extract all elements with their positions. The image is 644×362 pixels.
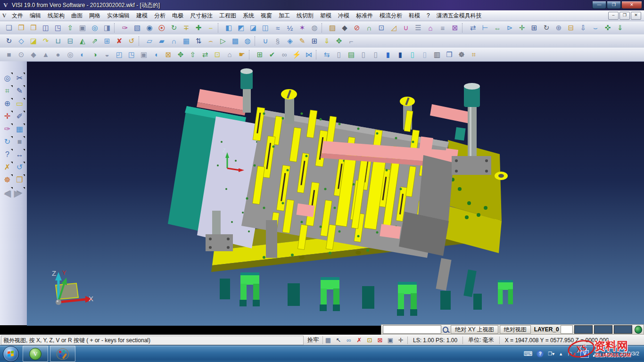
cursor-select-icon[interactable]: ↖ xyxy=(333,336,344,345)
slice-solid-icon[interactable]: ⊟ xyxy=(65,36,76,47)
offset-diamond-icon[interactable]: ◈ xyxy=(284,36,296,47)
layer-color-chip-1[interactable] xyxy=(574,325,593,334)
visi-tray-icon[interactable]: V xyxy=(580,350,589,358)
refresh-layers-icon[interactable]: ⇆ xyxy=(321,49,332,60)
show-hidden-icons-button[interactable]: ▲ xyxy=(559,352,563,356)
absolute-view-button[interactable]: 绝对视图 xyxy=(500,325,531,334)
render-options-icon[interactable]: ✑ xyxy=(119,23,131,33)
layer-cylinder-list-icon[interactable]: ▤ xyxy=(346,49,357,60)
trim-solid-icon[interactable]: ◭ xyxy=(77,36,88,47)
menu-item[interactable]: 曲面 xyxy=(68,11,86,20)
blend-surface-icon[interactable]: ∪ xyxy=(260,36,271,47)
numbered-view-icon[interactable]: ½ xyxy=(284,23,296,33)
refresh-visibility-icon[interactable]: ↻ xyxy=(168,23,180,33)
box-flag-icon[interactable]: ⊡ xyxy=(364,336,375,345)
network-icon[interactable] xyxy=(593,351,598,357)
view-face-icon[interactable]: ◇ xyxy=(16,36,27,47)
level-surface-icon[interactable]: ⌣ xyxy=(590,23,601,33)
zoom-dynamic-icon[interactable]: ⊕ xyxy=(1,97,14,110)
rotate-sheet-icon[interactable]: ↷ xyxy=(40,36,51,47)
menu-item[interactable]: 塑模 xyxy=(317,11,335,20)
restore-face-icon[interactable]: ↺ xyxy=(126,36,137,47)
plane-points-icon[interactable]: ▰ xyxy=(156,36,167,47)
visi-taskbar-button[interactable]: V xyxy=(23,346,48,362)
shaded-mode-4-icon[interactable]: ◫ xyxy=(260,23,271,33)
scale-solid-icon[interactable]: ✥ xyxy=(175,49,186,60)
layer-cylinder-outline-icon[interactable]: ▯ xyxy=(333,49,345,60)
uv-isoparms-icon[interactable]: ≈ xyxy=(272,23,283,33)
fold-surface-icon[interactable]: ⌐ xyxy=(346,36,357,47)
curve-pencil-icon[interactable]: ✐ xyxy=(14,110,26,123)
wcs-axes-icon[interactable]: ✛ xyxy=(1,110,14,123)
menu-item[interactable]: 工程图 xyxy=(216,11,239,20)
mdi-minimize-button[interactable]: – xyxy=(608,12,619,20)
menu-item[interactable]: 模流分析 xyxy=(376,11,405,20)
select-region-icon[interactable]: ⌗ xyxy=(468,49,479,60)
shaded-doc-icon[interactable]: ▧ xyxy=(132,23,143,33)
wrap-box-icon[interactable]: ⊠ xyxy=(449,23,461,33)
save-file-icon[interactable]: ◫ xyxy=(40,23,51,33)
transform-pair-icon[interactable]: ⇄ xyxy=(199,49,211,60)
transform-axes-icon[interactable]: ✛ xyxy=(516,23,528,33)
search-icon[interactable] xyxy=(443,327,448,333)
delete-trash-icon[interactable]: ✗ xyxy=(1,161,14,173)
plane-surface-icon[interactable]: ▱ xyxy=(144,36,155,47)
show-add-icon[interactable]: ✚ xyxy=(193,23,204,33)
undo-icon[interactable]: ↺ xyxy=(14,161,26,173)
new-file-icon[interactable]: ❏ xyxy=(3,23,15,33)
hide-remove-icon[interactable]: − xyxy=(205,23,216,33)
pick-hand-icon[interactable]: ☛ xyxy=(236,49,248,60)
pipe-surface-icon[interactable]: § xyxy=(272,36,283,47)
layer-cylinder-hatch-icon[interactable]: ▥ xyxy=(431,49,443,60)
toolkit-wheel-icon[interactable]: ☸ xyxy=(1,173,14,186)
move-up-icon[interactable]: ⇧ xyxy=(187,49,198,60)
cylinder-solid-icon[interactable]: ⊙ xyxy=(16,49,27,60)
measure-distance-icon[interactable]: ↔ xyxy=(14,148,26,161)
ruled-surface-icon[interactable]: ▷ xyxy=(217,36,229,47)
move-copy-icon[interactable]: ⇄ xyxy=(467,23,479,33)
layer-cylinder-dark-icon[interactable]: ▮ xyxy=(395,49,406,60)
flash-build-icon[interactable]: ⚡ xyxy=(291,49,302,60)
layer-cylinder-light-icon[interactable]: ▯ xyxy=(419,49,430,60)
keyboard-layout-icon[interactable]: ⌨ xyxy=(523,350,532,357)
curvature-graph-icon[interactable]: ∩ xyxy=(363,23,375,33)
menu-item[interactable]: ? xyxy=(423,11,433,20)
menu-item[interactable]: 文件 xyxy=(8,11,26,20)
globe-icon[interactable] xyxy=(635,326,642,334)
save-as-icon[interactable]: ◳ xyxy=(52,23,64,33)
attributes-brush-icon[interactable]: ✑ xyxy=(1,123,14,135)
zoom-window-icon[interactable]: ◎ xyxy=(1,72,14,84)
strike-surface-icon[interactable]: ⊘ xyxy=(351,23,363,33)
trim-scissors-icon[interactable]: ✂ xyxy=(14,72,26,84)
history-forward-arrow[interactable]: ▶ xyxy=(14,188,21,199)
copy-icon[interactable]: ⊕ xyxy=(553,23,564,33)
sheet-pair-icon[interactable]: ▣ xyxy=(138,49,149,60)
menu-item[interactable]: 标准件 xyxy=(353,11,376,20)
paste-icon[interactable]: ⊟ xyxy=(565,23,577,33)
3d-viewport[interactable]: Z Z Y X xyxy=(27,61,644,326)
align-side-icon[interactable]: ⊢ xyxy=(479,23,491,33)
profile-shape-icon[interactable]: ▭ xyxy=(14,97,26,110)
half-round-icon[interactable]: ◖ xyxy=(150,49,162,60)
shaded-mode-1-icon[interactable]: ◧ xyxy=(223,23,234,33)
profile-block-icon[interactable]: ⌂ xyxy=(224,49,235,60)
paint-taskbar-button[interactable] xyxy=(50,346,75,362)
menu-item[interactable]: 建模 xyxy=(133,11,151,20)
extract-face-icon[interactable]: ⇗ xyxy=(89,36,100,47)
drop-align-icon[interactable]: ⇩ xyxy=(578,23,589,33)
menu-item[interactable]: 鞋模 xyxy=(405,11,423,20)
rotate-copy-icon[interactable]: ↻ xyxy=(541,23,552,33)
check-assembly-icon[interactable]: ✔ xyxy=(266,49,278,60)
layer-color-chip-3[interactable] xyxy=(614,325,632,334)
box-target-icon[interactable]: ▣ xyxy=(385,336,396,345)
link-parts-icon[interactable]: ∞ xyxy=(279,49,290,60)
menu-item[interactable]: 实体编辑 xyxy=(104,11,133,20)
weave-surface-icon[interactable]: ▩ xyxy=(230,36,241,47)
stretch-surface-icon[interactable]: ✥ xyxy=(333,36,345,47)
action-center-flag-icon[interactable]: ⚐✗ xyxy=(567,350,576,357)
view-orientation-button[interactable]: 绝对 XY 上视图 xyxy=(451,325,498,334)
draft-analysis-icon[interactable]: ◆ xyxy=(339,23,350,33)
shaded-mode-2-icon[interactable]: ◩ xyxy=(235,23,247,33)
minimize-button[interactable]: — xyxy=(592,1,606,9)
link-cube-icon[interactable]: ⋈ xyxy=(303,49,314,60)
